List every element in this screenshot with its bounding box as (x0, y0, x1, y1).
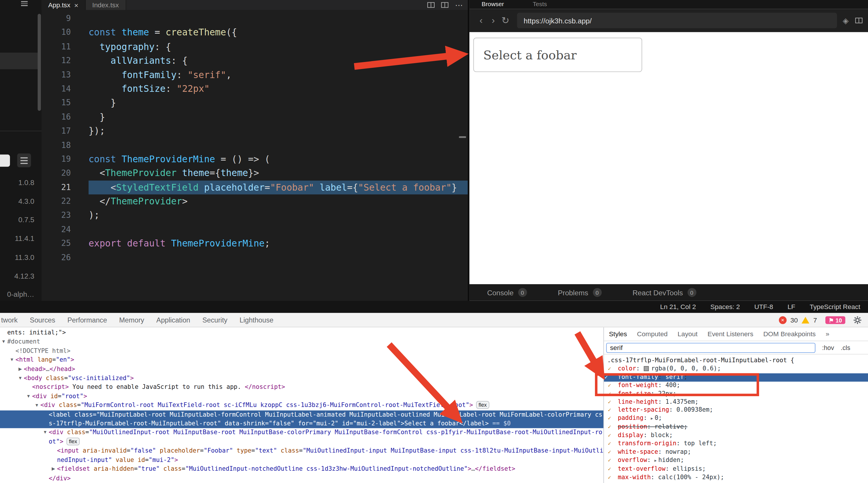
css-property-row[interactable]: ✓transform-origin: top left; (607, 440, 868, 448)
split-editor-icon[interactable] (427, 2, 435, 8)
back-icon[interactable]: ‹ (475, 15, 487, 26)
css-property-row[interactable]: ✓white-space: nowrap; (607, 448, 868, 456)
styles-panel-tab[interactable]: Event Listeners (703, 330, 758, 338)
code-line[interactable]: 15 } (41, 96, 468, 110)
flex-badge[interactable]: flex (66, 437, 80, 445)
console-bar-item[interactable]: Problems0 (558, 288, 602, 297)
code-line[interactable]: 22 </ThemeProvider> (41, 194, 468, 208)
menu-icon[interactable] (21, 1, 28, 6)
more-actions-icon[interactable]: ⋯ (455, 1, 463, 9)
status-item[interactable]: LF (787, 303, 795, 311)
preview-action-icon[interactable]: ◈ (843, 16, 848, 25)
code-line[interactable]: 25export default ThemeProviderMine; (41, 236, 468, 251)
dom-tree-row[interactable]: <!DOCTYPE html> (0, 347, 603, 356)
expand-arrow-open-icon[interactable]: ▼ (17, 374, 24, 383)
tab-app-tsx[interactable]: App.tsx × (41, 0, 86, 10)
dom-tree-row[interactable]: <input aria-invalid="false" placeholder=… (0, 447, 603, 464)
warning-icon[interactable] (802, 317, 810, 323)
tab-tests[interactable]: Tests (533, 1, 547, 9)
code-line[interactable]: 11 typography: { (41, 40, 468, 54)
property-checkbox[interactable]: ✓ (608, 406, 611, 414)
code-line[interactable]: 10const theme = createTheme({ (41, 26, 468, 40)
styles-panel-tab[interactable]: Computed (632, 330, 673, 338)
css-property-row[interactable]: ✓overflow: ▸hidden; (607, 456, 868, 465)
property-checkbox[interactable]: ✓ (608, 431, 611, 440)
property-checkbox[interactable]: ✓ (608, 440, 611, 448)
sidebar-scrollbar[interactable] (38, 14, 41, 111)
dom-tree-row[interactable]: ents: initial;"> (0, 328, 603, 337)
code-line[interactable]: 9 (41, 12, 468, 26)
css-property-row[interactable]: ✓font-size: 22px; (607, 390, 868, 398)
dom-tree-row[interactable]: <noscript> You need to enable JavaScript… (0, 383, 603, 392)
error-icon[interactable]: × (779, 316, 787, 324)
dom-tree-row[interactable]: ▼<html lang="en"> (0, 356, 603, 365)
devtools-tab[interactable]: Application (150, 316, 196, 324)
expand-shorthand-icon[interactable]: ▸ (651, 416, 653, 421)
devtools-tab[interactable]: Performance (61, 316, 113, 324)
property-checkbox[interactable]: ✓ (608, 448, 611, 456)
console-bar-item[interactable]: React DevTools0 (632, 288, 696, 297)
layout-columns-icon[interactable] (441, 2, 448, 8)
styles-panel-tab[interactable]: DOM Breakpoints (758, 330, 821, 338)
dom-tree-row[interactable]: ▶<fieldset aria-hidden="true" class="Mui… (0, 465, 603, 474)
code-area[interactable]: 910const theme = createTheme({11 typogra… (41, 10, 468, 301)
devtools-tab[interactable]: Security (196, 316, 234, 324)
pane-resize-handle[interactable] (459, 136, 466, 138)
code-line[interactable]: 17}); (41, 124, 468, 138)
forward-icon[interactable]: › (487, 15, 499, 26)
code-line[interactable]: 20 <ThemeProvider theme={theme}> (41, 166, 468, 180)
expand-arrow-open-icon[interactable]: ▼ (25, 392, 32, 401)
dom-tree-row[interactable]: <label class="MuiInputLabel-root MuiInpu… (0, 410, 603, 428)
tab-browser[interactable]: Browser (482, 1, 504, 9)
code-line[interactable]: 14 fontSize: "22px" (41, 82, 468, 96)
dom-tree-row[interactable]: ▼<div class="MuiOutlinedInput-root MuiIn… (0, 428, 603, 447)
dom-tree-row[interactable]: </div> (0, 474, 603, 483)
list-menu-icon[interactable] (17, 153, 31, 167)
property-checkbox[interactable]: ✓ (608, 415, 611, 423)
css-property-row[interactable]: ✓display: block; (607, 431, 868, 440)
property-checkbox[interactable]: ✓ (608, 473, 611, 482)
css-property-row[interactable]: ✓max-width: calc(100% - 24px); (607, 473, 868, 482)
devtools-tab[interactable]: Memory (113, 316, 150, 324)
code-line[interactable]: 24 (41, 223, 468, 236)
status-item[interactable]: Ln 21, Col 2 (660, 303, 696, 311)
refresh-icon[interactable]: ↻ (499, 15, 512, 26)
expand-arrow-open-icon[interactable]: ▼ (33, 401, 40, 410)
color-swatch[interactable] (644, 366, 649, 371)
code-line[interactable]: 18 (41, 138, 468, 152)
sidebar-button[interactable] (0, 155, 10, 167)
dom-tree-row[interactable]: ▼#document (0, 338, 603, 347)
expand-shorthand-icon[interactable]: ▸ (654, 458, 657, 463)
console-bar-item[interactable]: Console0 (487, 288, 527, 297)
dom-tree-row[interactable]: ▶<head>…</head> (0, 365, 603, 374)
status-item[interactable]: TypeScript React (810, 303, 860, 311)
styles-panel-tab[interactable]: Styles (604, 330, 632, 338)
url-input[interactable] (517, 13, 837, 28)
css-property-row[interactable]: ✓font-family: serif; (604, 373, 868, 381)
extension-badge[interactable]: ⚑10 (825, 316, 845, 324)
property-checkbox[interactable]: ✓ (604, 373, 608, 381)
code-line[interactable]: 23); (41, 208, 468, 223)
dom-tree-row[interactable]: ▼<body class="vsc-initialized"> (0, 374, 603, 383)
tab-index-tsx[interactable]: Index.tsx (86, 0, 126, 10)
property-checkbox[interactable]: ✓ (608, 381, 611, 390)
code-line[interactable]: 13 fontFamily: "serif", (41, 68, 468, 82)
property-checkbox[interactable]: ✓ (608, 456, 611, 464)
expand-arrow-open-icon[interactable]: ▼ (8, 356, 16, 365)
expand-arrow-closed-icon[interactable]: ▶ (50, 465, 57, 474)
code-line[interactable]: 26 (41, 251, 468, 265)
code-line[interactable]: 19const ThemeProviderMine = () => ( (41, 152, 468, 166)
css-property-row[interactable]: ✓line-height: 1.4375em; (607, 398, 868, 406)
css-property-row[interactable]: ✓font-weight: 400; (607, 381, 868, 390)
expand-arrow-closed-icon[interactable]: ▶ (17, 365, 24, 374)
class-toggle-button[interactable]: .cls (841, 344, 850, 351)
css-property-row[interactable]: ✓color: rgba(0, 0, 0, 0.6); (607, 365, 868, 373)
styles-filter-input[interactable] (606, 343, 815, 352)
dom-tree-row[interactable]: ▼<div id="root"> (0, 392, 603, 401)
property-checkbox[interactable]: ✓ (608, 423, 611, 431)
devtools-tab[interactable]: Sources (24, 316, 61, 324)
css-selector[interactable]: .css-17trflp-MuiFormLabel-root-MuiInputL… (607, 357, 868, 365)
property-checkbox[interactable]: ✓ (608, 465, 611, 473)
code-line[interactable]: 21 <StyledTextField placeholder="Foobar"… (41, 180, 468, 194)
expand-arrow-open-icon[interactable]: ▼ (41, 428, 49, 437)
